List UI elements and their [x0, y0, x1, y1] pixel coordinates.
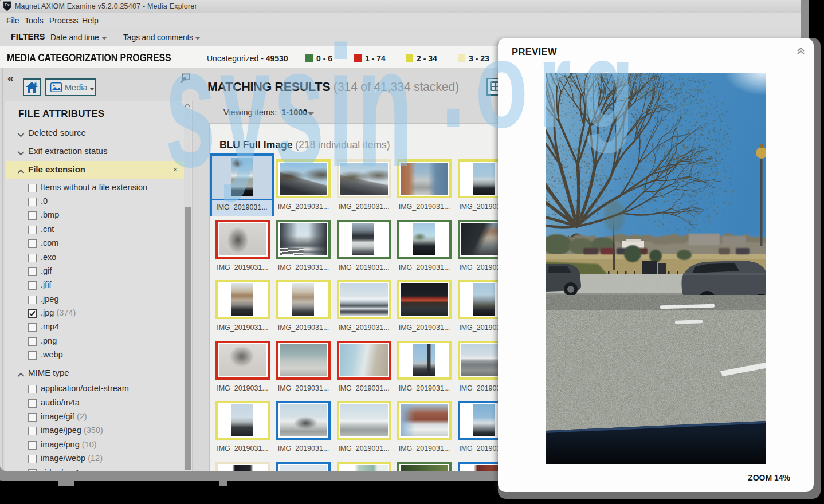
svg-text:Ex: Ex	[5, 3, 10, 7]
